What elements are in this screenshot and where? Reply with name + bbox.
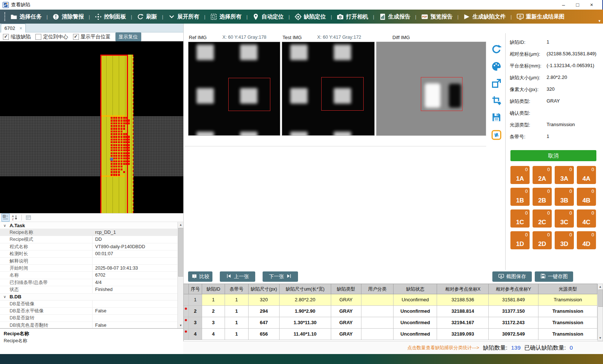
column-header-8[interactable]: 缺陷状态	[394, 284, 437, 294]
column-header-3[interactable]: 条带号	[225, 284, 249, 294]
class-button-3C[interactable]: 03C	[555, 209, 574, 228]
class-button-1D[interactable]: 01D	[510, 231, 530, 249]
save-blue-icon[interactable]	[491, 112, 502, 122]
defect-marker[interactable]	[128, 136, 130, 138]
image-panel-test[interactable]	[282, 42, 375, 136]
property-category[interactable]: ∨B.DB	[0, 294, 177, 301]
class-button-2D[interactable]: 02D	[533, 231, 552, 249]
defect-marker[interactable]	[128, 152, 130, 154]
class-button-4B[interactable]: 04B	[577, 188, 596, 206]
column-header-4[interactable]: 缺陷尺寸(px)	[249, 284, 280, 294]
palette-icon[interactable]	[491, 61, 502, 72]
scrollbar-thumb[interactable]	[178, 228, 184, 277]
scroll-up-icon[interactable]: ▲	[178, 222, 184, 228]
crop-add-icon[interactable]	[491, 95, 502, 105]
toolbar-button-report[interactable]: 生成报告	[379, 13, 410, 20]
toolbar-button-camera[interactable]: 打开相机	[337, 13, 368, 20]
one-key-save-button[interactable]: 一键存图	[535, 271, 573, 282]
property-category[interactable]: ∨A.Task	[0, 222, 177, 229]
class-button-4C[interactable]: 04C	[577, 209, 596, 228]
close-button[interactable]: ×	[585, 0, 599, 9]
defect-marker[interactable]	[128, 147, 130, 149]
toolbar-button-alert[interactable]: 清除警报	[52, 13, 84, 20]
classification-hint-text[interactable]: 点击数量查看缺陷捕获分类统计--->	[408, 345, 479, 351]
scroll-down-icon[interactable]: ▼	[178, 323, 184, 328]
defect-marker[interactable]	[128, 155, 130, 157]
compare-button[interactable]: 比较	[188, 271, 212, 282]
defect-marker[interactable]	[128, 119, 130, 121]
defect-marker[interactable]	[128, 149, 130, 151]
categorized-view-icon[interactable]	[1, 214, 10, 222]
property-row[interactable]: DB是否镜像	[0, 301, 177, 308]
defect-table[interactable]: 序号缺陷ID条带号缺陷尺寸(px)缺陷尺寸um(长*宽)缺陷类型用户分类缺陷状态…	[183, 284, 597, 341]
scroll-down-icon[interactable]: ▼	[598, 335, 603, 341]
column-header-10[interactable]: 相对参考点坐标Y	[489, 284, 538, 294]
property-row[interactable]: 开始时间2025-08-07 10:41:33	[0, 265, 177, 272]
column-header-11[interactable]: 光源类型	[538, 284, 597, 294]
property-row[interactable]: Recipe名称rcp_DD_1	[0, 229, 177, 236]
defect-marker[interactable]	[128, 160, 130, 162]
defect-marker[interactable]	[128, 144, 130, 146]
column-header-7[interactable]: 用户分类	[361, 284, 394, 294]
toolbar-button-pdf[interactable]: PDF预览报告	[421, 13, 453, 20]
class-button-3A[interactable]: 03A	[555, 166, 574, 184]
show-reset-button[interactable]: 显示复位	[115, 32, 141, 41]
defect-marker[interactable]	[128, 163, 130, 165]
property-row[interactable]: DB是否水平镜像False	[0, 308, 177, 315]
toolbar-button-refresh[interactable]: 刷新	[137, 13, 157, 20]
toolbar-button-select-all[interactable]: 选择所有	[210, 13, 242, 20]
toolbar-grip[interactable]	[4, 12, 5, 21]
property-row[interactable]: 程式名称VT890-daily-P140DBDD	[0, 243, 177, 250]
checkbox-显示平台位置[interactable]: ✓显示平台位置	[73, 34, 111, 40]
class-button-2C[interactable]: 02C	[533, 209, 552, 228]
property-row[interactable]: 解释说明	[0, 258, 177, 265]
toolbar-button-target[interactable]: 缺陷定位	[295, 13, 326, 20]
screenshot-save-button[interactable]: 截图保存	[492, 271, 532, 282]
refresh-blue-icon[interactable]	[491, 44, 502, 55]
defect-marker[interactable]	[128, 139, 130, 141]
class-button-2B[interactable]: 02B	[533, 188, 552, 206]
class-button-3D[interactable]: 03D	[555, 231, 574, 249]
toolbar-button-folder[interactable]: 选择任务	[10, 13, 42, 20]
scrollbar-thumb[interactable]	[598, 290, 603, 307]
checkbox-定位到中心[interactable]: 定位到中心	[35, 34, 68, 40]
toolbar-overflow-chevron-icon[interactable]: ▼	[598, 19, 601, 23]
property-row[interactable]: 名称6702	[0, 272, 177, 279]
tab-close-icon[interactable]: ×	[20, 26, 22, 31]
class-button-3B[interactable]: 03B	[555, 188, 574, 206]
property-row[interactable]: Recipe模式DD	[0, 236, 177, 243]
toolbar-button-regen[interactable]: 重新生成结果图	[517, 13, 565, 20]
property-grid-scrollbar[interactable]: ▲ ▼	[177, 222, 183, 328]
checkbox-checked-icon[interactable]: ✓	[3, 34, 9, 40]
export-icon[interactable]	[491, 130, 502, 140]
column-header-6[interactable]: 缺陷类型	[331, 284, 361, 294]
checkbox-checked-icon[interactable]: ✓	[73, 34, 79, 40]
expand-icon[interactable]	[491, 78, 502, 89]
table-row[interactable]: 2212941.90*2.90GRAYUnconfirmed32188.8143…	[184, 306, 597, 317]
image-panel-diff[interactable]	[376, 42, 486, 136]
prev-button[interactable]: 上一张	[220, 271, 255, 282]
next-button[interactable]: 下一张	[263, 271, 298, 282]
toolbar-button-chevron-down[interactable]: 展开所有	[168, 13, 200, 20]
property-grid[interactable]: ∨A.TaskRecipe名称rcp_DD_1Recipe模式DD程式名称VT8…	[0, 222, 177, 328]
property-row[interactable]: 状态Finished	[0, 286, 177, 293]
toolbar-button-play[interactable]: 生成缺陷文件	[463, 13, 506, 20]
column-header-9[interactable]: 相对参考点坐标X	[437, 284, 489, 294]
cancel-button[interactable]: 取消	[510, 150, 596, 161]
checkbox-缩放缺陷[interactable]: ✓缩放缺陷	[3, 34, 31, 40]
table-row[interactable]: 44165611.40*1.10GRAYUnconfirmed32189.093…	[184, 329, 597, 340]
table-row[interactable]: 1113202.80*2.20GRAYUnconfirmed32188.5363…	[184, 294, 597, 306]
property-row[interactable]: DB是否旋转	[0, 315, 177, 322]
property-row[interactable]: 检测时长00:01:07	[0, 250, 177, 257]
defect-marker[interactable]	[128, 122, 130, 124]
toolbar-button-pin[interactable]: 自动定位	[252, 13, 284, 20]
column-header-5[interactable]: 缺陷尺寸um(长*宽)	[280, 284, 331, 294]
class-button-1B[interactable]: 01B	[510, 188, 530, 206]
class-button-4A[interactable]: 04A	[577, 166, 596, 184]
scroll-up-icon[interactable]: ▲	[598, 284, 603, 290]
property-pages-icon[interactable]	[25, 214, 32, 221]
property-row[interactable]: 已扫描条带/总条带4/4	[0, 279, 177, 286]
alphabetical-sort-icon[interactable]: AZ	[11, 214, 18, 221]
image-panel-ref[interactable]	[188, 42, 280, 136]
column-header-2[interactable]: 缺陷ID	[202, 284, 225, 294]
